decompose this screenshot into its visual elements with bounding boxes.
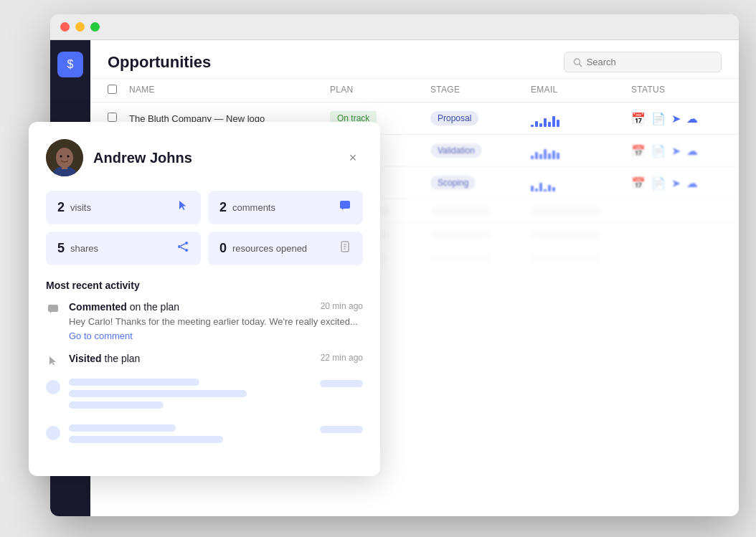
bar [531,125,534,127]
stat-resources-value: 0 [219,241,227,256]
bar [539,154,542,159]
blur-cell [531,230,601,239]
card-user: Andrew Johns [46,139,192,176]
select-all-checkbox[interactable] [108,85,117,94]
svg-line-13 [181,247,185,250]
bar [548,122,551,127]
activity-item-visit: Visited the plan 22 min ago [46,353,363,369]
maximize-traffic-light[interactable] [90,22,100,32]
row-actions: 📅 📄 ➤ ☁ [631,144,717,158]
skeleton-line [69,390,247,397]
skeleton-line [69,401,164,409]
send-icon[interactable]: ➤ [671,176,681,190]
cloud-icon[interactable]: ☁ [686,112,698,125]
row-stage: Proposal [430,111,531,125]
page-title: Opportunities [108,53,211,72]
activity-skeleton-2 [46,424,363,447]
bar [552,116,555,127]
file-icon[interactable]: 📄 [651,176,666,190]
stage-badge: Scoping [430,176,476,190]
row-stage: Scoping [430,176,531,190]
skeleton-lines [69,424,306,447]
svg-line-12 [181,244,185,246]
svg-rect-8 [340,201,350,209]
svg-line-1 [580,64,582,66]
activity-time: 22 min ago [321,353,363,363]
activity-main: Visited the plan 22 min ago [69,353,363,364]
svg-point-6 [60,155,62,158]
skeleton-circle [46,426,60,440]
stage-badge: Validation [430,143,482,158]
activity-text: Commented on the plan [69,301,179,313]
card-header: Andrew Johns × [46,139,363,176]
stat-resources-label: resources opened [232,243,307,254]
col-header-email: Email [531,85,631,96]
blur-cell [531,254,601,262]
skeleton-line [320,426,363,433]
activity-comment-icon [46,303,60,317]
bar [552,187,555,191]
stat-shares-label: shares [70,243,98,254]
calendar-icon[interactable]: 📅 [631,112,646,125]
col-header-plan: Plan [330,85,430,96]
row-actions: 📅 📄 ➤ ☁ [631,112,717,125]
user-name: Andrew Johns [93,150,192,166]
stat-visits: 2 visits [46,191,201,224]
bar [552,151,555,159]
bar [557,120,559,127]
svg-point-10 [178,245,181,248]
col-header-checkbox [108,85,129,96]
stat-left: 0 resources opened [219,241,307,256]
close-button[interactable]: × [343,148,363,168]
avatar [46,139,83,176]
col-header-status: Status [631,85,717,96]
stats-grid: 2 visits 2 comments [46,191,363,265]
svg-point-9 [185,242,188,244]
sidebar-icon-dollar[interactable]: $ [57,52,83,77]
title-bar [50,14,739,40]
activity-rest: the plan [102,353,141,364]
cursor-icon [176,199,189,216]
activity-text: Visited the plan [69,353,140,364]
close-traffic-light[interactable] [60,22,70,32]
svg-rect-18 [48,305,58,312]
svg-point-5 [56,148,73,168]
bar [535,189,538,191]
cloud-icon[interactable]: ☁ [686,176,698,190]
stat-shares-value: 5 [57,241,65,256]
stat-comments-label: comments [232,202,275,213]
blur-cell [531,206,601,215]
activity-main: Commented on the plan 20 min ago [69,301,363,313]
cloud-icon[interactable]: ☁ [686,144,698,158]
bar [539,183,542,191]
skeleton-circle [46,380,60,394]
activity-content: Visited the plan 22 min ago [69,353,363,364]
stat-shares: 5 shares [46,232,201,265]
send-icon[interactable]: ➤ [671,112,681,125]
bar [544,118,547,127]
bar [531,186,534,191]
mini-chart [531,174,631,191]
bar [557,153,559,159]
minimize-traffic-light[interactable] [75,22,85,32]
activity-content: Commented on the plan 20 min ago Hey Car… [69,301,363,343]
file-icon[interactable]: 📄 [651,112,666,125]
go-to-comment-link[interactable]: Go to comment [69,331,133,341]
row-email-chart [531,174,631,191]
send-icon[interactable]: ➤ [671,144,681,158]
row-stage: Validation [430,143,531,158]
activity-detail: Hey Carlo! Thanks for the meeting earlie… [69,315,363,343]
activity-visit-icon [46,354,60,369]
search-box[interactable] [564,52,722,72]
search-input[interactable] [587,57,712,67]
stat-comments: 2 comments [208,191,363,224]
file-icon[interactable]: 📄 [651,144,666,158]
calendar-icon[interactable]: 📅 [631,176,646,190]
bar [544,189,547,191]
bar [548,153,551,159]
calendar-icon[interactable]: 📅 [631,144,646,158]
activity-title: Most recent activity [46,280,363,291]
mini-chart [531,110,631,127]
skeleton-lines [69,379,306,413]
bar [531,156,534,159]
